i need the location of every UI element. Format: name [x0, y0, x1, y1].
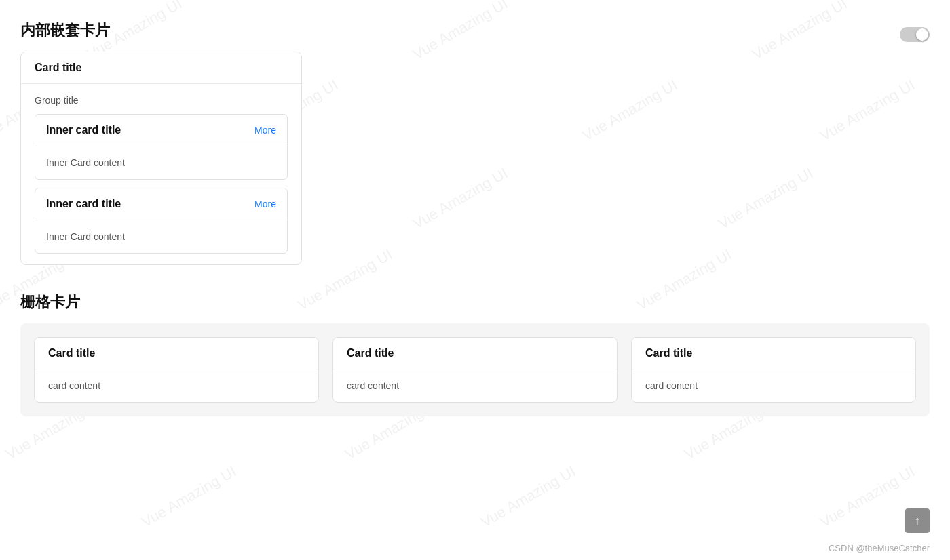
grid-card-1-body: card content [35, 369, 318, 402]
inner-card-2-more[interactable]: More [254, 199, 276, 209]
outer-card-header: Card title [21, 52, 301, 84]
toggle-wrapper [900, 27, 930, 42]
group-title: Group title [35, 95, 288, 106]
inner-card-1-header: Inner card title More [35, 115, 287, 146]
grid-card-3-body: card content [632, 369, 915, 402]
outer-card: Card title Group title Inner card title … [20, 52, 302, 265]
page-container: 内部嵌套卡片 Card title Group title Inner card… [0, 0, 950, 437]
inner-card-1-title: Inner card title [46, 124, 121, 136]
inner-card-1: Inner card title More Inner Card content [35, 114, 288, 180]
grid-row: Card title card content Card title card … [34, 337, 916, 403]
grid-outer: Card title card content Card title card … [20, 323, 930, 416]
inner-card-2-body: Inner Card content [35, 220, 287, 253]
inner-nested-section: 内部嵌套卡片 Card title Group title Inner card… [20, 20, 930, 265]
inner-card-1-body: Inner Card content [35, 146, 287, 179]
grid-section: 栅格卡片 Card title card content Card title … [20, 292, 930, 416]
inner-card-1-more[interactable]: More [254, 125, 276, 136]
grid-card-1: Card title card content [34, 337, 319, 403]
theme-toggle[interactable] [900, 27, 930, 42]
grid-card-1-header: Card title [35, 338, 318, 369]
grid-card-2: Card title card content [332, 337, 618, 403]
grid-card-2-header: Card title [333, 338, 617, 369]
inner-card-2-header: Inner card title More [35, 188, 287, 220]
outer-card-body: Group title Inner card title More Inner … [21, 84, 301, 264]
inner-card-2: Inner card title More Inner Card content [35, 188, 288, 254]
inner-nested-title: 内部嵌套卡片 [20, 20, 930, 41]
grid-card-3-header: Card title [632, 338, 915, 369]
grid-card-3: Card title card content [631, 337, 916, 403]
inner-card-2-title: Inner card title [46, 198, 121, 210]
grid-section-title: 栅格卡片 [20, 292, 930, 313]
grid-card-2-body: card content [333, 369, 617, 402]
